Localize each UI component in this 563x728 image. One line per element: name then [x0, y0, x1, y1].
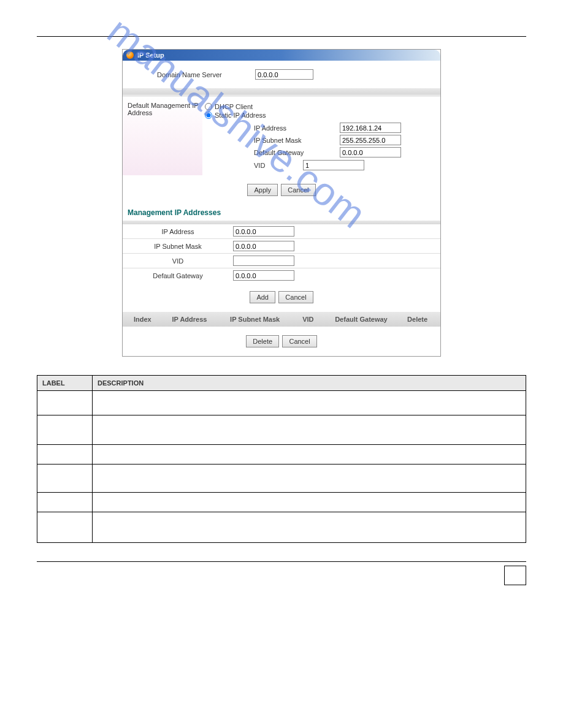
dhcp-client-label: DHCP Client [215, 103, 253, 110]
default-gateway-input[interactable] [340, 147, 401, 157]
panel-orb-icon [126, 51, 134, 59]
desc-cell-label [37, 464, 93, 493]
desc-row [37, 391, 526, 415]
desc-cell-label [37, 445, 93, 464]
mgmt-ip-label: IP Address [123, 227, 233, 237]
divider-bar [123, 88, 440, 94]
ip-table-header: Index IP Address IP Subnet Mask VID Defa… [123, 312, 440, 327]
description-area: LABEL DESCRIPTION [37, 375, 526, 543]
static-ip-radio[interactable] [205, 112, 212, 119]
col-mask: IP Subnet Mask [221, 316, 289, 323]
dns-input[interactable] [255, 69, 313, 80]
desc-cell-label [37, 415, 93, 445]
desc-cell-desc [93, 512, 526, 543]
col-delete: Delete [399, 316, 436, 323]
footer-rule [37, 561, 526, 586]
desc-cell-label [37, 493, 93, 512]
mgmt-mask-input[interactable] [233, 241, 294, 251]
mgmt-form-grid: IP Address IP Subnet Mask VID Default Ga… [123, 224, 440, 282]
desc-row [37, 445, 526, 464]
ip-address-label: IP Address [254, 124, 340, 132]
add-cancel-row: Add Cancel [123, 282, 440, 312]
panel-header: IP Setup [123, 50, 440, 61]
col-gw: Default Gateway [327, 316, 395, 323]
add-button[interactable]: Add [250, 291, 275, 303]
desc-cell-label [37, 512, 93, 543]
mgmt-ip-addresses-title: Management IP Addresses [123, 205, 440, 221]
vid-label: VID [254, 162, 303, 169]
ip-setup-screenshot: manualshive.com IP Setup Domain Name Ser… [122, 49, 441, 357]
panel-title: IP Setup [137, 51, 164, 59]
col-index: Index [127, 316, 158, 323]
mgmt-vid-label: VID [123, 256, 233, 266]
desc-head-description: DESCRIPTION [93, 376, 526, 391]
desc-row [37, 493, 526, 512]
default-mgmt-label: Default Management IP Address [123, 97, 202, 175]
desc-head-label: LABEL [37, 376, 93, 391]
apply-cancel-row: Apply Cancel [123, 175, 440, 205]
cancel-button-3[interactable]: Cancel [282, 335, 316, 347]
apply-button[interactable]: Apply [247, 184, 278, 196]
desc-cell-desc [93, 415, 526, 445]
delete-button[interactable]: Delete [246, 335, 279, 347]
mgmt-gw-label: Default Gateway [123, 271, 233, 281]
desc-row [37, 512, 526, 543]
dhcp-client-radio[interactable] [205, 103, 212, 110]
desc-cell-desc [93, 493, 526, 512]
subnet-mask-label: IP Subnet Mask [254, 137, 340, 144]
desc-row [37, 415, 526, 445]
page-header-rule [37, 18, 526, 37]
vid-input[interactable] [303, 160, 364, 170]
mgmt-ip-input[interactable] [233, 226, 294, 237]
description-table: LABEL DESCRIPTION [37, 375, 526, 543]
mgmt-vid-input[interactable] [233, 256, 294, 266]
desc-cell-label [37, 391, 93, 415]
subnet-mask-input[interactable] [340, 135, 401, 145]
col-ip: IP Address [162, 316, 217, 323]
desc-cell-desc [93, 464, 526, 493]
page-number-box [504, 566, 526, 585]
cancel-button-2[interactable]: Cancel [278, 291, 313, 303]
col-vid: VID [293, 316, 323, 323]
static-ip-label: Static IP Address [215, 112, 266, 119]
delete-cancel-row: Delete Cancel [123, 327, 440, 356]
default-gateway-label: Default Gateway [254, 149, 340, 156]
desc-row [37, 464, 526, 493]
dns-row: Domain Name Server [123, 61, 440, 88]
ip-address-input[interactable] [340, 123, 401, 133]
mgmt-mask-label: IP Subnet Mask [123, 241, 233, 251]
dns-label: Domain Name Server [157, 71, 255, 78]
cancel-button[interactable]: Cancel [281, 184, 315, 196]
default-mgmt-section: Default Management IP Address DHCP Clien… [123, 97, 440, 175]
desc-cell-desc [93, 391, 526, 415]
desc-cell-desc [93, 445, 526, 464]
mgmt-gw-input[interactable] [233, 270, 294, 281]
